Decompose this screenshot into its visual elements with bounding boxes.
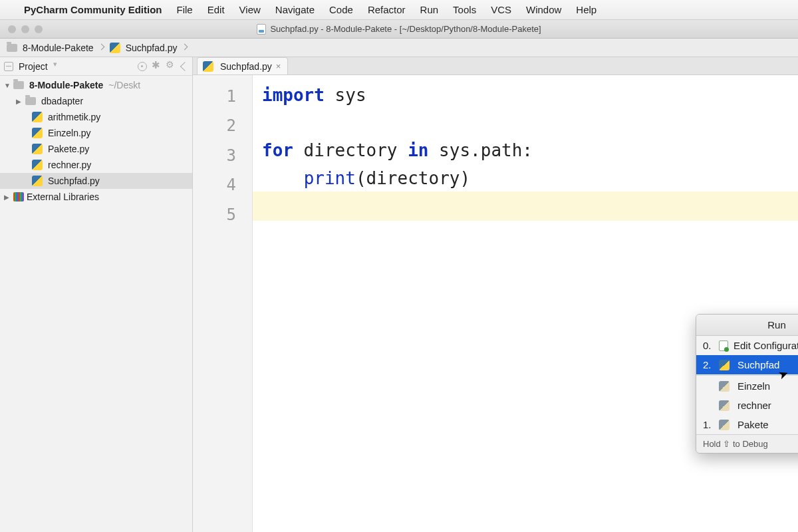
breadcrumb-root[interactable]: 8-Module-Pakete bbox=[23, 43, 94, 53]
code-token: sys.path: bbox=[428, 140, 533, 160]
app-name[interactable]: PyCharm Community Edition bbox=[24, 4, 162, 15]
folder-icon bbox=[13, 81, 24, 89]
menu-vcs[interactable]: VCS bbox=[491, 4, 511, 15]
chevron-right-icon[interactable]: ▶ bbox=[4, 194, 11, 201]
tree-file-rechner[interactable]: rechner.py bbox=[0, 157, 192, 173]
mac-menubar: PyCharm Community Edition File Edit View… bbox=[0, 0, 798, 20]
python-file-icon bbox=[257, 24, 266, 35]
line-number-gutter: 1 2 3 4 5 bbox=[193, 75, 253, 532]
editor-tab-suchpfad[interactable]: Suchpfad.py × bbox=[197, 57, 288, 74]
tree-file-arithmetik[interactable]: arithmetik.py bbox=[0, 109, 192, 125]
python-icon bbox=[719, 420, 730, 430]
tree-folder-dbadapter[interactable]: ▶ dbadapter bbox=[0, 93, 192, 109]
tree-file-pakete[interactable]: Pakete.py bbox=[0, 141, 192, 157]
tree-item-label: dbadapter bbox=[41, 96, 83, 106]
tree-external-libraries[interactable]: ▶ External Libraries bbox=[0, 189, 192, 205]
menu-file[interactable]: File bbox=[177, 4, 193, 15]
project-tree[interactable]: ▼ 8-Module-Pakete ~/Deskt ▶ dbadapter ar… bbox=[0, 76, 192, 206]
menu-window[interactable]: Window bbox=[526, 4, 561, 15]
project-view-icon[interactable] bbox=[4, 62, 13, 71]
run-popup-footer: Hold ⇧ to Debug bbox=[696, 434, 798, 453]
tree-item-label: Suchpfad.py bbox=[48, 176, 100, 186]
run-item-suchpfad[interactable]: 2. Suchpfad ▶ bbox=[696, 355, 798, 374]
menu-help[interactable]: Help bbox=[576, 4, 597, 15]
run-popup-title: Run bbox=[696, 315, 798, 336]
tree-item-label: Pakete.py bbox=[48, 144, 89, 154]
menu-refactor[interactable]: Refactor bbox=[368, 4, 406, 15]
line-number: 1 bbox=[193, 82, 252, 111]
menu-code[interactable]: Code bbox=[329, 4, 353, 15]
run-item-einzeln[interactable]: Einzeln ▶ bbox=[696, 376, 798, 396]
run-item-index: 2. bbox=[703, 359, 714, 370]
run-item-label: rechner bbox=[737, 400, 771, 411]
editor-area: Suchpfad.py × 1 2 3 4 5 import sys for d… bbox=[193, 57, 798, 532]
line-number: 4 bbox=[193, 170, 252, 200]
tree-item-label: arithmetik.py bbox=[48, 112, 100, 122]
edit-config-icon bbox=[719, 340, 728, 351]
python-icon bbox=[719, 400, 730, 411]
tree-item-label: Einzeln.py bbox=[48, 128, 91, 138]
tree-file-suchpfad[interactable]: Suchpfad.py bbox=[0, 173, 192, 189]
run-popup: Run 0. Edit Configurations... 2. Suchpfa… bbox=[696, 314, 798, 454]
window-minimize-icon[interactable] bbox=[21, 25, 29, 33]
project-panel-title[interactable]: Project bbox=[19, 61, 48, 72]
code-token bbox=[262, 168, 304, 188]
python-icon bbox=[32, 128, 43, 138]
menu-run[interactable]: Run bbox=[420, 4, 439, 15]
python-icon bbox=[719, 360, 730, 370]
breadcrumb: 8-Module-Pakete Suchpfad.py bbox=[0, 39, 798, 57]
run-item-label: Suchpfad bbox=[737, 359, 779, 370]
breadcrumb-file[interactable]: Suchpfad.py bbox=[126, 43, 178, 53]
run-item-label: Edit Configurations... bbox=[733, 340, 798, 351]
menu-edit[interactable]: Edit bbox=[207, 4, 225, 15]
close-tab-icon[interactable]: × bbox=[276, 61, 281, 71]
code-token: import bbox=[262, 85, 325, 105]
traffic-lights bbox=[0, 25, 43, 33]
run-item-label: Pakete bbox=[737, 419, 769, 430]
python-icon bbox=[110, 43, 120, 53]
run-item-rechner[interactable]: rechner ▶ bbox=[696, 396, 798, 415]
code-content[interactable]: import sys for directory in sys.path: pr… bbox=[253, 75, 798, 532]
python-icon bbox=[719, 381, 730, 392]
python-icon bbox=[32, 112, 43, 122]
scroll-from-source-icon[interactable] bbox=[138, 62, 147, 71]
hide-panel-icon[interactable] bbox=[180, 61, 190, 70]
project-tool-window: Project ▼ 8-Module-Pakete ~/Deskt ▶ dbad… bbox=[0, 57, 193, 532]
tree-file-einzeln[interactable]: Einzeln.py bbox=[0, 125, 192, 141]
tree-root-path: ~/Deskt bbox=[108, 80, 140, 90]
code-token: (directory) bbox=[356, 168, 470, 188]
editor-tab-label: Suchpfad.py bbox=[220, 61, 272, 72]
run-item-index: 0. bbox=[703, 340, 714, 351]
libraries-icon bbox=[13, 192, 24, 201]
window-titlebar: Suchpfad.py - 8-Module-Pakete - [~/Deskt… bbox=[0, 20, 798, 39]
code-token: sys bbox=[325, 85, 366, 105]
window-title-text: Suchpfad.py - 8-Module-Pakete - [~/Deskt… bbox=[270, 24, 541, 34]
tree-item-label: rechner.py bbox=[48, 160, 91, 170]
project-panel-header: Project bbox=[0, 57, 192, 76]
python-icon bbox=[203, 61, 213, 72]
python-icon bbox=[32, 176, 43, 186]
tree-root-label: 8-Module-Pakete bbox=[29, 80, 103, 90]
code-editor[interactable]: 1 2 3 4 5 import sys for directory in sy… bbox=[193, 75, 798, 532]
run-item-pakete[interactable]: 1. Pakete ▶ bbox=[696, 415, 798, 434]
code-token: for bbox=[262, 140, 293, 160]
line-number: 2 bbox=[193, 111, 252, 140]
collapse-all-icon[interactable] bbox=[152, 62, 162, 71]
window-zoom-icon[interactable] bbox=[35, 25, 43, 33]
menu-navigate[interactable]: Navigate bbox=[275, 4, 315, 15]
window-close-icon[interactable] bbox=[8, 25, 16, 33]
code-token: in bbox=[408, 140, 428, 160]
menu-view[interactable]: View bbox=[239, 4, 261, 15]
editor-tabs: Suchpfad.py × bbox=[193, 57, 798, 75]
chevron-right-icon[interactable]: ▶ bbox=[16, 98, 23, 105]
chevron-right-icon bbox=[182, 43, 188, 53]
folder-icon bbox=[7, 44, 17, 52]
chevron-down-icon[interactable]: ▼ bbox=[4, 82, 11, 89]
chevron-right-icon bbox=[99, 43, 104, 53]
chevron-down-icon[interactable] bbox=[53, 62, 63, 71]
settings-gear-icon[interactable] bbox=[167, 62, 176, 71]
run-item-edit-config[interactable]: 0. Edit Configurations... bbox=[696, 336, 798, 355]
tree-project-root[interactable]: ▼ 8-Module-Pakete ~/Deskt bbox=[0, 77, 192, 93]
menu-tools[interactable]: Tools bbox=[453, 4, 476, 15]
run-item-index: 1. bbox=[703, 419, 714, 430]
